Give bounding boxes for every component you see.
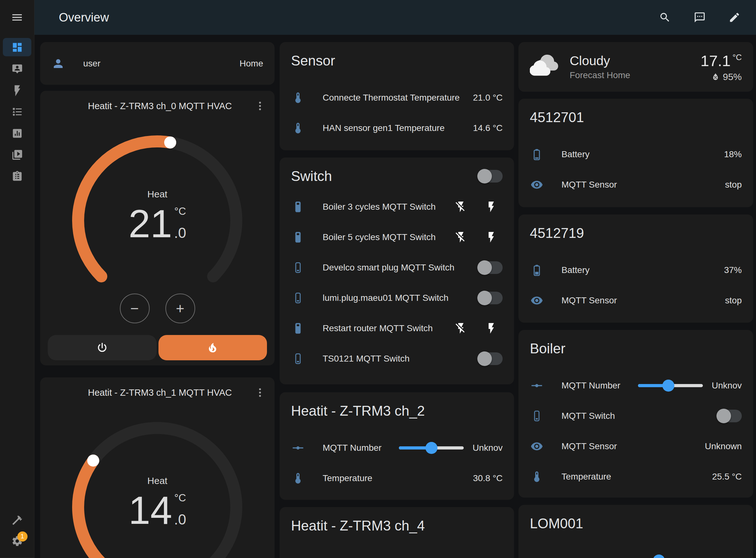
- entity-row[interactable]: TS0121 MQTT Switch: [280, 344, 514, 374]
- chat-icon: [694, 11, 706, 23]
- flash-off-button[interactable]: [455, 231, 467, 244]
- eye-icon: [530, 440, 543, 453]
- entity-row[interactable]: MQTT Number Unknov: [519, 371, 753, 401]
- temp-decrease-button[interactable]: −: [120, 294, 150, 323]
- list-icon: [11, 106, 23, 118]
- entity-label: MQTT Sensor: [561, 180, 617, 190]
- battery-icon: [530, 148, 543, 161]
- flash-icon: [485, 322, 498, 335]
- user-location: Home: [240, 58, 263, 69]
- assist-button[interactable]: [691, 8, 709, 26]
- user-card[interactable]: user Home: [40, 42, 275, 85]
- entity-label: TS0121 MQTT Switch: [323, 354, 410, 364]
- play-box-icon: [11, 149, 23, 161]
- entity-label: MQTT Sensor: [561, 441, 617, 451]
- sidebar-item-todo[interactable]: [3, 102, 31, 121]
- dots-vertical-icon: [254, 387, 266, 398]
- entity-row[interactable]: Battery 18%: [519, 139, 753, 170]
- lom001-card: LOM001: [519, 505, 753, 558]
- entity-row[interactable]: Boiler 3 cycles MQTT Switch: [280, 192, 514, 222]
- flash-off-icon: [455, 231, 467, 244]
- mqtt-number-slider[interactable]: [399, 441, 464, 454]
- device-4512701-card: 4512701 Battery 18% MQTT Sensor: [519, 99, 753, 207]
- sidebar-item-dashboard[interactable]: [3, 38, 31, 56]
- entity-toggle[interactable]: [477, 260, 503, 275]
- card-title: Sensor: [291, 53, 503, 69]
- entity-row[interactable]: Develco smart plug MQTT Switch: [280, 252, 514, 283]
- entity-value: Unknov: [473, 443, 503, 453]
- entity-value: stop: [725, 296, 742, 306]
- mqtt-number-slider[interactable]: [638, 379, 703, 392]
- edit-dashboard-button[interactable]: [726, 8, 744, 26]
- thermostat-title: Heatit - Z-TRM3 ch_1 MQTT HVAC: [52, 387, 254, 398]
- sidebar-item-persons[interactable]: [3, 59, 31, 78]
- entity-row[interactable]: Boiler 5 cycles MQTT Switch: [280, 222, 514, 252]
- hammer-icon: [11, 514, 23, 526]
- entity-row[interactable]: [519, 546, 753, 558]
- entity-row[interactable]: Temperature 30.8 °C: [280, 463, 514, 493]
- entity-row[interactable]: MQTT Sensor stop: [519, 170, 753, 200]
- weather-subtitle: Forecast Home: [570, 70, 630, 80]
- sidebar-item-developer-tools[interactable]: [3, 511, 31, 529]
- entity-label: Restart router MQTT Switch: [323, 323, 433, 333]
- target-temp: 14: [128, 491, 172, 530]
- flash-on-button[interactable]: [485, 201, 498, 213]
- mqtt-number-slider[interactable]: [626, 554, 691, 558]
- sidebar-item-shopping-list[interactable]: [3, 167, 31, 185]
- sidebar-item-history[interactable]: [3, 124, 31, 142]
- humidity-icon: [711, 72, 720, 82]
- sensor-card: Sensor Connecte Thermostat Temperature 2…: [280, 42, 514, 150]
- thermometer-icon: [530, 471, 543, 483]
- switch-group-toggle[interactable]: [477, 169, 503, 184]
- entity-row[interactable]: lumi.plug.maeu01 MQTT Switch: [280, 283, 514, 313]
- temp-increase-button[interactable]: +: [166, 294, 195, 323]
- slider-icon: [530, 379, 543, 392]
- entity-toggle[interactable]: [716, 408, 742, 424]
- entity-label: Boiler 5 cycles MQTT Switch: [323, 232, 435, 242]
- weather-card[interactable]: Cloudy Forecast Home 17.1 °C 95%: [519, 42, 753, 92]
- mode-off-button[interactable]: [48, 335, 157, 360]
- entity-row[interactable]: Battery 37%: [519, 255, 753, 285]
- flame-icon: [206, 341, 219, 354]
- entity-row[interactable]: MQTT Sensor Unknown: [519, 431, 753, 461]
- sidebar-item-energy[interactable]: [3, 81, 31, 99]
- entity-row[interactable]: MQTT Number Unknov: [280, 433, 514, 463]
- entity-row[interactable]: MQTT Switch: [519, 401, 753, 431]
- search-button[interactable]: [656, 8, 674, 26]
- flash-on-button[interactable]: [485, 322, 498, 335]
- switch-device-icon: [292, 322, 304, 335]
- entity-toggle[interactable]: [477, 351, 503, 366]
- entity-toggle[interactable]: [477, 290, 503, 306]
- switch-outline-icon: [292, 352, 304, 365]
- flash-off-button[interactable]: [455, 322, 467, 335]
- hvac-mode-buttons: [48, 335, 267, 360]
- entity-row[interactable]: HAN sensor gen1 Temperature 14.6 °C: [280, 113, 514, 143]
- entity-row[interactable]: Restart router MQTT Switch: [280, 313, 514, 344]
- card-menu-button[interactable]: [254, 100, 266, 112]
- flash-off-button[interactable]: [455, 201, 467, 213]
- settings-notification-badge: 1: [18, 531, 27, 541]
- sidebar: 1: [0, 0, 34, 558]
- entity-row[interactable]: MQTT Sensor stop: [519, 285, 753, 316]
- clipboard-list-icon: [11, 171, 23, 182]
- sidebar-item-settings[interactable]: 1: [3, 532, 31, 551]
- temp-unit: °C: [174, 492, 186, 504]
- entity-row[interactable]: Connecte Thermostat Temperature 21.0 °C: [280, 82, 514, 113]
- slider-icon: [292, 441, 304, 454]
- hamburger-menu-button[interactable]: [0, 0, 34, 35]
- flash-on-button[interactable]: [485, 231, 498, 244]
- hvac-mode-label: Heat: [40, 476, 275, 486]
- entity-row[interactable]: Temperature 25.5 °C: [519, 461, 753, 492]
- entity-label: MQTT Sensor: [561, 296, 617, 306]
- mode-heat-button[interactable]: [158, 335, 267, 360]
- entity-label: Connecte Thermostat Temperature: [323, 93, 460, 103]
- temp-decimal: .0: [174, 224, 186, 242]
- sidebar-item-media[interactable]: [3, 146, 31, 164]
- chart-box-icon: [11, 127, 23, 139]
- target-temp: 21: [128, 204, 172, 243]
- card-menu-button[interactable]: [254, 387, 266, 398]
- switch-device-icon: [292, 201, 304, 213]
- flash-icon: [485, 231, 498, 244]
- entity-label: Temperature: [323, 473, 372, 483]
- page-title: Overview: [59, 11, 109, 24]
